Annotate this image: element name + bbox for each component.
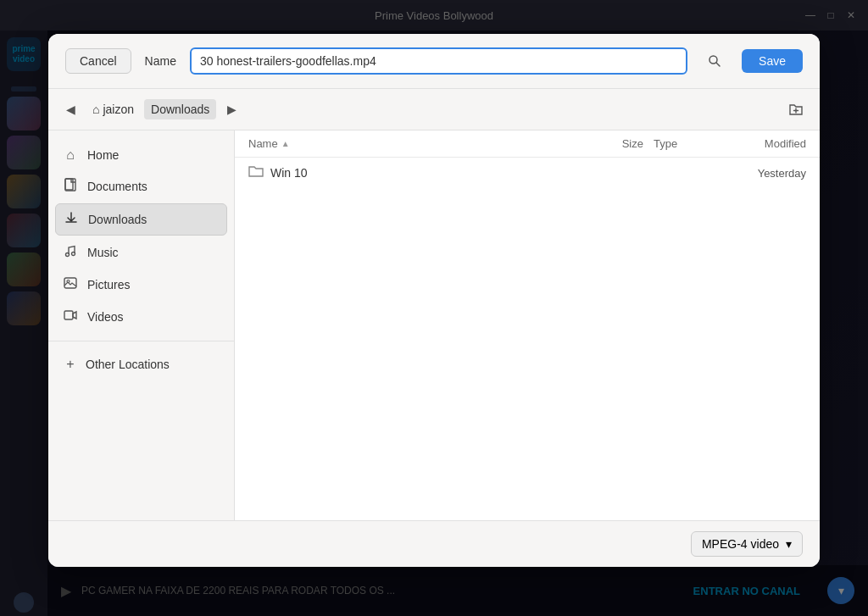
file-list-header: Name ▲ Size Type Modified xyxy=(235,130,820,158)
breadcrumb-nav: ◀ ⌂ jaizon Downloads ▶ xyxy=(48,89,820,130)
dialog-overlay: Cancel Name Save ◀ ⌂ jaizon Downloads xyxy=(0,0,868,616)
svg-point-6 xyxy=(66,253,70,257)
sidebar-item-downloads[interactable]: Downloads xyxy=(55,203,227,236)
file-list: Name ▲ Size Type Modified Win 10 xyxy=(235,130,820,520)
back-icon: ◀ xyxy=(66,103,75,116)
downloads-icon xyxy=(63,211,80,228)
sidebar-item-other-locations[interactable]: + Other Locations xyxy=(48,350,234,379)
search-icon xyxy=(708,54,721,68)
svg-rect-8 xyxy=(64,278,76,288)
dropdown-arrow-icon: ▾ xyxy=(786,537,792,551)
breadcrumb-current[interactable]: Downloads xyxy=(144,99,216,119)
header-size: Size xyxy=(593,137,643,150)
filename-input[interactable] xyxy=(190,47,687,75)
forward-icon: ▶ xyxy=(227,103,236,116)
sidebar-item-pictures[interactable]: Pictures xyxy=(48,269,234,300)
sidebar-item-home[interactable]: ⌂ Home xyxy=(48,141,234,169)
svg-line-1 xyxy=(716,63,720,66)
save-dialog: Cancel Name Save ◀ ⌂ jaizon Downloads xyxy=(48,34,820,567)
other-locations-icon: + xyxy=(62,357,79,372)
dialog-footer: MPEG-4 video ▾ xyxy=(48,520,820,567)
breadcrumb-parent[interactable]: ⌂ jaizon xyxy=(86,99,141,119)
sort-asc-icon: ▲ xyxy=(281,139,290,148)
svg-rect-5 xyxy=(65,179,75,191)
file-row-modified: Yesterday xyxy=(721,167,806,180)
videos-icon xyxy=(62,308,79,325)
file-name-cell: Win 10 xyxy=(248,164,721,181)
home-icon: ⌂ xyxy=(92,103,99,116)
save-button[interactable]: Save xyxy=(742,49,803,73)
dialog-body: ⌂ Home Documents xyxy=(48,130,820,520)
create-folder-button[interactable] xyxy=(782,96,810,123)
header-modified: Modified xyxy=(721,137,806,150)
svg-rect-10 xyxy=(64,311,73,319)
file-row-name: Win 10 xyxy=(270,166,308,180)
format-label: MPEG-4 video xyxy=(702,537,779,551)
back-button[interactable]: ◀ xyxy=(58,97,82,121)
header-name: Name ▲ xyxy=(248,137,593,150)
create-folder-icon xyxy=(788,102,804,117)
sidebar-item-documents[interactable]: Documents xyxy=(48,171,234,202)
search-button[interactable] xyxy=(701,47,728,75)
dialog-header: Cancel Name Save xyxy=(48,34,820,89)
sidebar-item-music[interactable]: Music xyxy=(48,237,234,268)
home-icon: ⌂ xyxy=(62,147,79,163)
sidebar-divider xyxy=(48,341,234,341)
sidebar-item-videos[interactable]: Videos xyxy=(48,302,234,332)
pictures-icon xyxy=(62,276,79,293)
header-type: Type xyxy=(654,137,721,150)
cancel-button[interactable]: Cancel xyxy=(65,48,131,74)
svg-point-7 xyxy=(72,253,75,256)
format-select[interactable]: MPEG-4 video ▾ xyxy=(691,531,803,557)
music-icon xyxy=(62,244,79,261)
forward-button[interactable]: ▶ xyxy=(220,97,243,121)
documents-icon xyxy=(62,178,79,195)
dialog-sidebar: ⌂ Home Documents xyxy=(48,130,235,520)
folder-icon xyxy=(248,164,264,181)
table-row[interactable]: Win 10 Yesterday xyxy=(235,158,820,188)
name-label: Name xyxy=(145,54,176,68)
